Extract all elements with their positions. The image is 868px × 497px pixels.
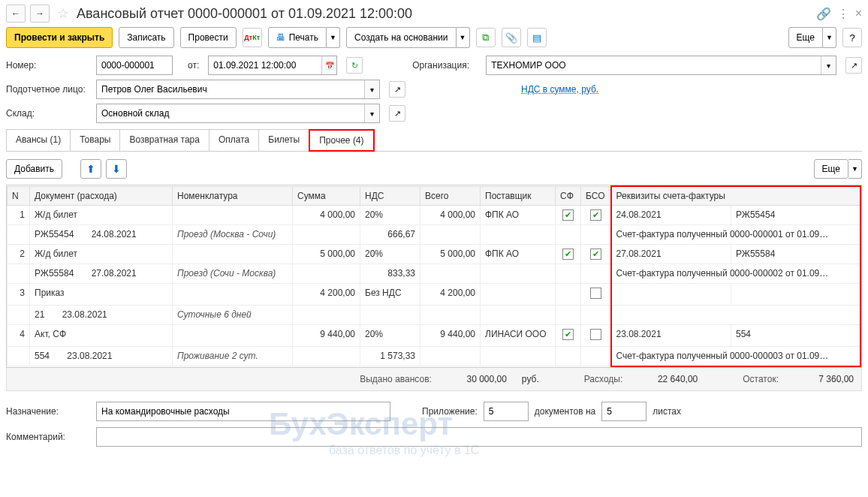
docs-on-label: документов на bbox=[535, 406, 596, 417]
date-input[interactable] bbox=[209, 56, 321, 74]
dtk-icon-button[interactable]: ДтКт bbox=[243, 28, 262, 47]
totals-bar: Выдано авансов: 30 000,00 руб. Расходы: … bbox=[6, 368, 862, 391]
purpose-input[interactable] bbox=[97, 402, 390, 420]
att-docs-input[interactable] bbox=[484, 402, 528, 420]
print-button-combo[interactable]: 🖶 Печать ▼ bbox=[268, 27, 340, 48]
col-nds[interactable]: НДС bbox=[360, 186, 420, 206]
attachment-label: Приложение: bbox=[422, 406, 478, 417]
col-nomen[interactable]: Номенклатура bbox=[173, 186, 293, 206]
close-icon[interactable]: × bbox=[855, 7, 862, 20]
col-bso[interactable]: БСО bbox=[581, 186, 611, 206]
col-invoice[interactable]: Реквизиты счета-фактуры bbox=[611, 186, 861, 206]
col-sf[interactable]: СФ bbox=[556, 186, 581, 206]
move-down-button[interactable]: ⬇ bbox=[106, 159, 127, 179]
toolbar-icon-1[interactable]: ⧉ bbox=[476, 28, 496, 47]
favorite-star-icon[interactable]: ☆ bbox=[54, 5, 72, 22]
person-label: Подотчетное лицо: bbox=[6, 84, 90, 95]
help-button[interactable]: ? bbox=[842, 28, 862, 47]
table-row-sub[interactable]: 21 23.08.2021 Суточные 6 дней bbox=[8, 306, 861, 325]
kebab-icon[interactable]: ⋮ bbox=[837, 7, 849, 21]
create-based-dropdown[interactable]: ▼ bbox=[457, 27, 470, 48]
warehouse-open-button[interactable]: ↗ bbox=[389, 105, 405, 122]
col-n[interactable]: N bbox=[8, 186, 30, 206]
sheets-label: листах bbox=[653, 406, 681, 417]
tab-returnable[interactable]: Возвратная тара bbox=[119, 129, 209, 152]
comment-input[interactable] bbox=[97, 428, 861, 446]
col-sum[interactable]: Сумма bbox=[293, 186, 360, 206]
warehouse-input[interactable] bbox=[97, 104, 364, 122]
tabs: Авансы (1) Товары Возвратная тара Оплата… bbox=[6, 129, 862, 152]
comment-label: Комментарий: bbox=[6, 432, 90, 442]
nav-fwd-button[interactable]: → bbox=[30, 5, 50, 23]
tab-advances[interactable]: Авансы (1) bbox=[6, 129, 71, 152]
number-input[interactable] bbox=[97, 56, 172, 74]
table-row-sub[interactable]: 554 23.08.2021 Проживание 2 сут. 1 573,3… bbox=[8, 347, 861, 366]
sub-more-button[interactable]: Еще ▼ bbox=[814, 159, 862, 179]
calendar-icon[interactable]: 📅 bbox=[321, 56, 336, 74]
col-total[interactable]: Всего bbox=[420, 186, 481, 206]
att-sheets-input[interactable] bbox=[602, 402, 646, 420]
page-title: Авансовый отчет 0000-000001 от 01.09.202… bbox=[77, 6, 812, 22]
org-open-button[interactable]: ↗ bbox=[845, 57, 862, 74]
sub-more-dropdown[interactable]: ▼ bbox=[848, 159, 862, 179]
tab-goods[interactable]: Товары bbox=[70, 129, 120, 152]
col-doc[interactable]: Документ (расхода) bbox=[30, 186, 173, 206]
org-label: Организация: bbox=[412, 60, 480, 71]
date-ext-button[interactable]: ↻ bbox=[346, 57, 363, 74]
move-up-button[interactable]: ⬆ bbox=[80, 159, 101, 179]
org-input[interactable] bbox=[487, 56, 821, 74]
warehouse-dropdown-icon[interactable]: ▾ bbox=[364, 104, 379, 122]
org-dropdown-icon[interactable]: ▾ bbox=[821, 56, 836, 74]
printer-icon: 🖶 bbox=[276, 32, 285, 43]
create-based-combo[interactable]: Создать на основании ▼ bbox=[346, 27, 470, 48]
table-row[interactable]: 1 Ж/д билет 4 000,00 20% 4 000,00 ФПК АО… bbox=[8, 206, 861, 225]
save-button[interactable]: Записать bbox=[119, 27, 173, 48]
table-row-sub[interactable]: РЖ55584 27.08.2021 Проезд (Сочи - Москва… bbox=[8, 264, 861, 284]
print-dropdown[interactable]: ▼ bbox=[327, 27, 340, 48]
table-row[interactable]: 4 Акт, СФ 9 440,00 20% 9 440,00 ЛИНАСИ О… bbox=[8, 325, 861, 347]
warehouse-label: Склад: bbox=[6, 108, 90, 119]
person-input[interactable] bbox=[97, 80, 364, 98]
table-row[interactable]: 2 Ж/д билет 5 000,00 20% 5 000,00 ФПК АО… bbox=[8, 245, 861, 264]
number-label: Номер: bbox=[6, 60, 90, 71]
tab-tickets[interactable]: Билеты bbox=[258, 129, 309, 152]
purpose-label: Назначение: bbox=[6, 406, 90, 417]
link-icon[interactable]: 🔗 bbox=[816, 7, 831, 21]
nds-link[interactable]: НДС в сумме, руб. bbox=[521, 84, 598, 95]
table-row-sub[interactable]: РЖ55454 24.08.2021 Проезд (Москва - Сочи… bbox=[8, 225, 861, 245]
table-row[interactable]: 3 Приказ 4 200,00 Без НДС 4 200,00 bbox=[8, 284, 861, 306]
more-dropdown[interactable]: ▼ bbox=[823, 27, 836, 48]
col-supplier[interactable]: Поставщик bbox=[481, 186, 556, 206]
add-row-button[interactable]: Добавить bbox=[6, 159, 62, 179]
post-and-close-button[interactable]: Провести и закрыть bbox=[6, 27, 113, 48]
tab-payment[interactable]: Оплата bbox=[209, 129, 259, 152]
nav-back-button[interactable]: ← bbox=[6, 5, 26, 23]
toolbar-icon-3[interactable]: ▤ bbox=[527, 28, 547, 47]
attach-icon-button[interactable]: 📎 bbox=[502, 28, 521, 47]
person-dropdown-icon[interactable]: ▾ bbox=[364, 80, 379, 98]
expense-table[interactable]: N Документ (расхода) Номенклатура Сумма … bbox=[7, 185, 861, 367]
more-button-combo[interactable]: Еще ▼ bbox=[788, 27, 836, 48]
tab-other[interactable]: Прочее (4) bbox=[309, 129, 374, 152]
person-open-button[interactable]: ↗ bbox=[389, 81, 405, 98]
from-label: от: bbox=[188, 60, 199, 71]
post-button[interactable]: Провести bbox=[180, 27, 237, 48]
